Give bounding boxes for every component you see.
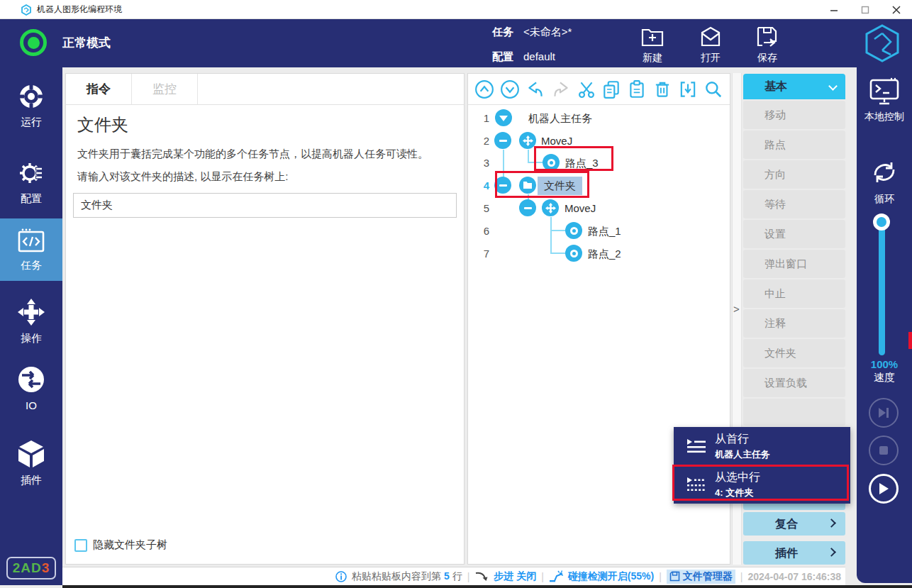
palette-item-move[interactable]: 移动 xyxy=(743,101,845,129)
collision-status[interactable]: 碰撞检测开启(55%) xyxy=(568,570,654,583)
copy-icon[interactable] xyxy=(601,79,621,99)
hide-subtree-checkbox[interactable] xyxy=(74,539,87,552)
redo-icon[interactable] xyxy=(551,79,571,99)
tree-node-label[interactable]: MoveJ xyxy=(541,130,572,152)
sidebar-item-io[interactable]: IO xyxy=(0,365,62,411)
menu-item-title: 从选中行 xyxy=(715,470,760,485)
mode-label: 正常模式 xyxy=(62,35,111,51)
palette-group-plugin[interactable]: 插件 xyxy=(743,541,845,565)
play-button[interactable] xyxy=(869,474,899,504)
left-sidebar: 运行 配置 任务 操作 IO 插件 2AD3 xyxy=(0,67,62,585)
local-control-button[interactable]: 本地控制 xyxy=(857,77,912,123)
palette-item-popup-window[interactable]: 弹出窗口 xyxy=(743,250,845,278)
io-icon xyxy=(17,365,45,394)
step-mode-status[interactable]: 步进 关闭 xyxy=(494,570,536,583)
move-up-icon[interactable] xyxy=(474,79,494,99)
step-next-button[interactable] xyxy=(869,398,899,428)
minimize-button[interactable] xyxy=(818,0,850,19)
tree-row-main-task[interactable]: 1 机器人主任务 xyxy=(468,107,730,129)
new-task-button[interactable]: 新建 xyxy=(633,26,672,65)
config-icon xyxy=(18,160,45,187)
collapse-icon[interactable] xyxy=(494,132,511,149)
tab-instruction[interactable]: 指令 xyxy=(66,74,132,104)
sidebar-item-label: 操作 xyxy=(0,332,62,345)
tree-node-label[interactable]: 机器人主任务 xyxy=(528,107,592,129)
cut-icon[interactable] xyxy=(577,79,596,99)
info-icon xyxy=(335,571,347,582)
palette-item-set-payload[interactable]: 设置负载 xyxy=(743,369,845,397)
tree-node-label[interactable]: 文件夹 xyxy=(538,177,582,195)
collision-icon xyxy=(549,570,563,582)
file-manager-button[interactable]: 文件管理器 xyxy=(667,570,735,584)
palette-item-wait[interactable]: 等待 xyxy=(743,190,845,218)
close-button[interactable] xyxy=(881,0,912,19)
tree-node-label[interactable]: MoveJ xyxy=(565,197,596,219)
hide-subtree-checkbox-row[interactable]: 隐藏文件夹子树 xyxy=(74,538,167,552)
step-mode-icon xyxy=(474,571,489,582)
brand-logo-icon xyxy=(864,23,901,63)
waypoint-icon xyxy=(565,222,582,239)
sidebar-item-config[interactable]: 配置 xyxy=(0,160,62,206)
row-number: 7 xyxy=(472,243,489,265)
badge-main: 2AD xyxy=(13,560,42,576)
open-task-button[interactable]: 打开 xyxy=(691,26,730,65)
delete-icon[interactable] xyxy=(652,79,672,99)
palette-group-composite[interactable]: 复合 xyxy=(743,512,845,536)
sidebar-item-task[interactable]: 任务 xyxy=(0,218,62,281)
task-icon xyxy=(17,228,45,253)
stop-icon xyxy=(879,445,889,455)
tree-node-label[interactable]: 路点_3 xyxy=(565,152,599,174)
sidebar-item-run[interactable]: 运行 xyxy=(0,83,62,129)
tree-row-waypoint-2[interactable]: 7 路点_2 xyxy=(468,243,730,265)
palette-item-waypoint[interactable]: 路点 xyxy=(743,131,845,159)
config-name-value: default xyxy=(523,50,555,64)
tree-row-movej-1[interactable]: 2 MoveJ xyxy=(468,130,730,152)
maximize-button[interactable] xyxy=(850,0,881,19)
sidebar-item-operate[interactable]: 操作 xyxy=(0,298,62,345)
tab-monitor[interactable]: 监控 xyxy=(132,74,198,104)
plugin-icon xyxy=(16,440,46,468)
tree-node-label[interactable]: 路点_1 xyxy=(588,220,621,242)
collapse-icon[interactable] xyxy=(519,199,536,216)
stop-button[interactable] xyxy=(869,436,899,465)
loop-button[interactable]: 循环 xyxy=(857,157,912,206)
run-from-selected-line-item[interactable]: 从选中行 4: 文件夹 xyxy=(674,465,850,504)
step-next-icon xyxy=(877,407,890,418)
collapse-icon[interactable] xyxy=(494,177,511,194)
sidebar-item-plugin[interactable]: 插件 xyxy=(0,440,62,487)
local-control-label: 本地控制 xyxy=(857,111,912,123)
tree-row-waypoint-1[interactable]: 6 路点_1 xyxy=(468,220,730,242)
loop-icon xyxy=(869,157,900,188)
page-title: 文件夹 xyxy=(77,113,128,136)
insert-icon[interactable] xyxy=(678,79,698,99)
chevron-right-icon xyxy=(827,518,836,528)
maximize-icon xyxy=(861,6,869,14)
tree-row-waypoint-3[interactable]: 3 路点_3 xyxy=(468,152,730,174)
palette-item-folder[interactable]: 文件夹 xyxy=(743,339,845,367)
undo-icon[interactable] xyxy=(525,79,545,99)
palette-header-label: 基本 xyxy=(764,80,787,92)
tree-row-movej-2[interactable]: 5 MoveJ xyxy=(468,197,730,219)
task-row: 任务 <未命名>* xyxy=(492,26,572,39)
waypoint-icon xyxy=(565,245,582,262)
tree-node-label[interactable]: 路点_2 xyxy=(588,243,621,265)
run-from-first-line-item[interactable]: 从首行 机器人主任务 xyxy=(674,427,850,465)
palette-item-set[interactable]: 设置 xyxy=(743,220,845,248)
speed-slider-knob[interactable] xyxy=(873,213,890,231)
palette-item-comment[interactable]: 注释 xyxy=(743,309,845,338)
palette-header-basic[interactable]: 基本 xyxy=(743,74,845,99)
folder-name-input[interactable] xyxy=(73,193,457,218)
tree-row-folder[interactable]: 4 文件夹 xyxy=(468,174,730,196)
expand-toggle-icon[interactable] xyxy=(495,109,512,126)
palette-item-abort[interactable]: 中止 xyxy=(743,279,845,308)
folder-description-2: 请输入对该文件夹的描述, 以显示在任务树上: xyxy=(77,170,289,184)
speed-slider-track[interactable] xyxy=(879,223,885,355)
palette-item-direction[interactable]: 方向 xyxy=(743,160,845,189)
minimize-icon xyxy=(830,6,838,14)
save-task-button[interactable]: 保存 xyxy=(747,26,787,65)
tab-bar: 指令 监控 xyxy=(66,74,464,105)
search-icon[interactable] xyxy=(704,79,723,99)
paste-icon[interactable] xyxy=(627,79,647,99)
move-down-icon[interactable] xyxy=(500,79,520,99)
group-label: 复合 xyxy=(775,518,798,530)
